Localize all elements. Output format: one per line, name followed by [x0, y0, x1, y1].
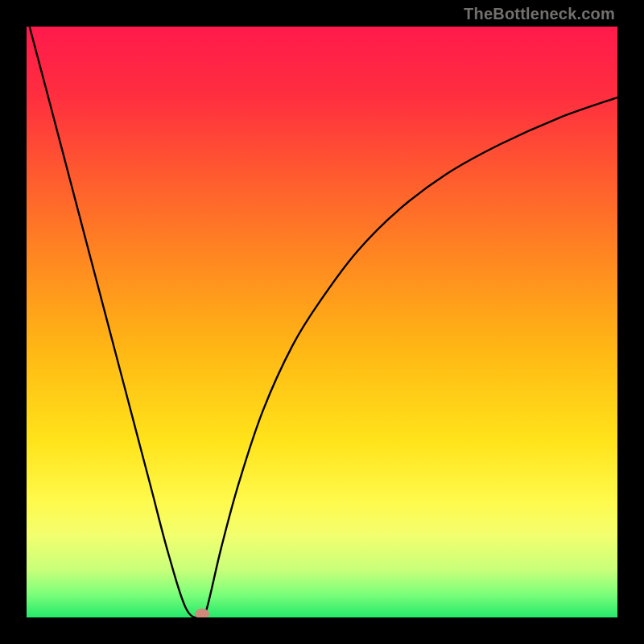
plot-area [27, 27, 617, 617]
bottleneck-curve [30, 27, 617, 617]
curve-layer [27, 27, 617, 617]
watermark-text: TheBottleneck.com [464, 5, 615, 23]
chart-frame: TheBottleneck.com [0, 0, 644, 644]
